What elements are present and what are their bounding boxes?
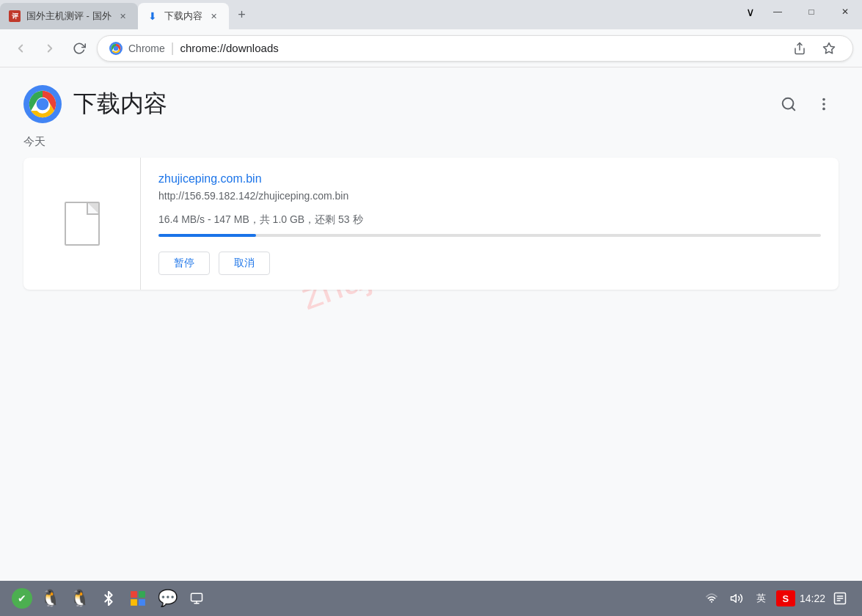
reload-button[interactable]: [67, 37, 91, 60]
security-icon[interactable]: ✔: [12, 588, 32, 609]
minimize-button[interactable]: —: [761, 0, 795, 23]
lang-icon[interactable]: 英: [751, 588, 772, 609]
taskbar-time: 14:22: [800, 593, 825, 604]
page-header: 下载内容: [0, 67, 862, 135]
tab-inactive[interactable]: 评 国外主机测评 - 国外 ✕: [0, 3, 138, 29]
svg-rect-15: [139, 591, 145, 598]
chevron-icon: ∨: [746, 5, 755, 19]
download-actions: 暂停 取消: [158, 252, 821, 275]
search-icon: [781, 96, 797, 112]
wifi-symbol: [704, 593, 719, 604]
share-button[interactable]: [788, 37, 811, 60]
tab1-close[interactable]: ✕: [117, 10, 129, 22]
notification-icon[interactable]: [830, 588, 850, 609]
download-speed: 16.4 MB/s - 147 MB，共 1.0 GB，还剩 53 秒: [158, 213, 821, 227]
svg-point-11: [822, 98, 825, 101]
window-controls: ∨ — □ ✕: [740, 0, 862, 23]
bluetooth-symbol: [101, 591, 116, 606]
download-filename[interactable]: zhujiceping.com.bin: [158, 172, 821, 186]
sougou-icon[interactable]: S: [776, 590, 795, 606]
new-tab-button[interactable]: +: [232, 4, 252, 25]
chrome-large-logo-icon: [23, 85, 62, 123]
page-title-area: 下载内容: [23, 85, 167, 123]
taskbar-right: 英 S 14:22: [701, 588, 850, 609]
download-icon-area: [23, 158, 141, 290]
qq2-icon[interactable]: 🐧: [67, 587, 91, 610]
svg-rect-17: [139, 599, 145, 606]
download-url: http://156.59.182.142/zhujiceping.com.bi…: [158, 190, 821, 202]
bookmark-icon: [822, 42, 836, 55]
back-icon: [14, 42, 27, 55]
taskbar: ✔ 🐧 🐧 💬 英 S: [0, 581, 862, 616]
svg-rect-16: [131, 599, 137, 606]
forward-icon: [43, 42, 56, 55]
progress-bar-container: [158, 234, 821, 237]
more-actions-button[interactable]: [809, 89, 839, 119]
svg-point-8: [37, 98, 49, 111]
downloads-section: 今天 zhujiceping.com.bin http://156.59.182…: [0, 135, 862, 290]
reload-icon: [73, 42, 86, 55]
svg-point-3: [114, 46, 118, 51]
svg-rect-14: [131, 591, 137, 598]
svg-marker-5: [824, 43, 835, 53]
svg-rect-18: [191, 593, 202, 601]
pause-button[interactable]: 暂停: [158, 252, 210, 275]
qq1-icon[interactable]: 🐧: [38, 587, 62, 610]
address-bar-row: Chrome | chrome://downloads: [0, 29, 862, 67]
wechat-icon[interactable]: 💬: [156, 587, 179, 610]
notification-symbol: [833, 592, 847, 605]
download-info: zhujiceping.com.bin http://156.59.182.14…: [141, 158, 839, 290]
more-vert-icon: [816, 96, 832, 112]
file-icon: [65, 202, 100, 246]
close-button[interactable]: ✕: [828, 0, 862, 23]
page-content: zhujiceping.com 下载内容 今天: [0, 67, 862, 581]
svg-line-10: [792, 107, 795, 110]
volume-symbol: [729, 592, 744, 605]
chevron-area: ∨: [740, 0, 761, 23]
address-chrome-label: Chrome: [128, 43, 165, 54]
back-button[interactable]: [9, 37, 32, 60]
page-title: 下载内容: [73, 88, 167, 120]
wifi-icon[interactable]: [701, 588, 722, 609]
page-header-actions: [774, 89, 839, 119]
progress-bar-fill: [158, 234, 256, 237]
cancel-button[interactable]: 取消: [219, 252, 270, 275]
search-downloads-button[interactable]: [774, 89, 803, 119]
maximize-button[interactable]: □: [795, 0, 828, 23]
download-card: zhujiceping.com.bin http://156.59.182.14…: [23, 158, 839, 290]
tab-active[interactable]: ⬇ 下载内容 ✕: [138, 3, 229, 29]
tab1-favicon: 评: [9, 10, 21, 22]
chrome-logo-icon: [109, 42, 123, 55]
grid-icon: [130, 590, 146, 606]
tab2-favicon: ⬇: [147, 10, 158, 22]
color-grid-icon[interactable]: [126, 587, 150, 610]
address-url: chrome://downloads: [180, 42, 782, 54]
svg-point-21: [711, 601, 712, 603]
tab2-label: 下载内容: [164, 10, 202, 23]
title-bar: 评 国外主机测评 - 国外 ✕ ⬇ 下载内容 ✕ + ∨ — □ ✕: [0, 0, 862, 29]
address-separator: |: [171, 40, 175, 56]
screen-symbol: [189, 592, 205, 605]
forward-button[interactable]: [38, 37, 62, 60]
svg-point-12: [822, 103, 825, 106]
sougou-label: S: [783, 593, 789, 604]
section-date: 今天: [23, 135, 839, 149]
lang-label: 英: [756, 592, 766, 605]
svg-point-13: [822, 108, 825, 111]
bluetooth-icon[interactable]: [97, 587, 120, 610]
tab1-label: 国外主机测评 - 国外: [26, 10, 112, 23]
volume-icon[interactable]: [726, 588, 747, 609]
screen-icon[interactable]: [185, 587, 208, 610]
tab2-close[interactable]: ✕: [208, 10, 220, 22]
bookmark-button[interactable]: [817, 37, 841, 60]
address-bar[interactable]: Chrome | chrome://downloads: [97, 35, 853, 62]
share-icon: [793, 42, 806, 55]
svg-marker-22: [731, 595, 736, 603]
